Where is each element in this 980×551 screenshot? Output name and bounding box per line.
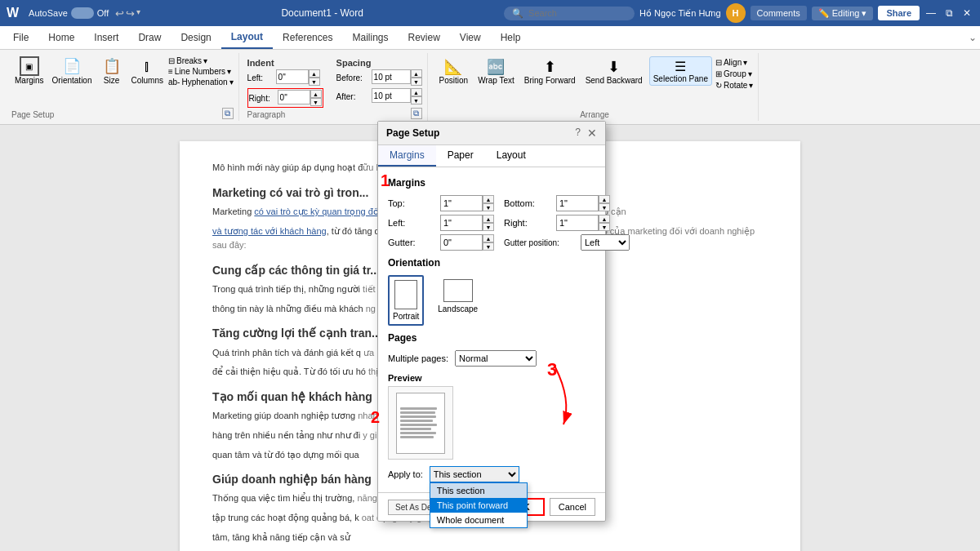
landscape-icon bbox=[443, 279, 473, 302]
search-input[interactable] bbox=[528, 8, 626, 18]
spacing-before-up[interactable]: ▲ bbox=[411, 69, 422, 78]
doc-para-13: tâm, tăng khả năng tiếp cận và sử bbox=[212, 531, 768, 545]
tab-view[interactable]: View bbox=[450, 27, 491, 48]
right-up[interactable]: ▲ bbox=[599, 215, 610, 223]
indent-right-down[interactable]: ▼ bbox=[310, 98, 322, 106]
indent-right-input[interactable] bbox=[278, 90, 310, 104]
undo-button[interactable]: ↩ bbox=[115, 7, 124, 20]
breaks-button[interactable]: ⊟Breaks▾ bbox=[168, 56, 234, 65]
tab-layout[interactable]: Layout bbox=[221, 26, 273, 49]
ribbon-group-paragraph: Indent Left: ▲ ▼ Right: bbox=[243, 53, 428, 121]
left-input[interactable] bbox=[440, 215, 483, 231]
top-input[interactable] bbox=[440, 195, 483, 211]
page-setup-label: Page Setup bbox=[11, 110, 54, 119]
group-button[interactable]: ⊞Group▾ bbox=[715, 69, 753, 78]
tab-references[interactable]: References bbox=[273, 27, 342, 48]
landscape-label: Landscape bbox=[438, 304, 478, 313]
title-bar-right: 🔍 Hồ Ngọc Tiến Hưng H Comments ✏️ Editin… bbox=[504, 3, 973, 23]
gutter-up[interactable]: ▲ bbox=[483, 234, 494, 242]
indent-left-down[interactable]: ▼ bbox=[309, 78, 320, 86]
tab-draw[interactable]: Draw bbox=[128, 27, 171, 48]
gutter-position-select[interactable]: Left Top bbox=[581, 234, 630, 251]
bottom-input[interactable] bbox=[556, 195, 599, 211]
line-numbers-button[interactable]: ≡Line Numbers▾ bbox=[168, 67, 234, 76]
preview-box bbox=[388, 386, 453, 460]
cancel-button[interactable]: Cancel bbox=[550, 498, 595, 516]
indent-left-up[interactable]: ▲ bbox=[309, 69, 320, 78]
spacing-title: Spacing bbox=[336, 58, 422, 68]
spacing-after-up[interactable]: ▲ bbox=[411, 88, 422, 96]
top-down[interactable]: ▼ bbox=[483, 203, 494, 211]
tab-mailings[interactable]: Mailings bbox=[342, 27, 398, 48]
portrait-icon bbox=[394, 280, 417, 309]
modal-help-button[interactable]: ? bbox=[575, 127, 581, 140]
editing-button[interactable]: ✏️ Editing ▾ bbox=[812, 7, 874, 20]
right-input[interactable] bbox=[556, 215, 599, 231]
more-button[interactable]: ▾ bbox=[136, 7, 140, 20]
minimize-button[interactable]: — bbox=[924, 7, 938, 20]
restore-button[interactable]: ⧉ bbox=[942, 7, 956, 20]
bottom-down[interactable]: ▼ bbox=[599, 203, 610, 211]
bring-forward-button[interactable]: ⬆ Bring Forward bbox=[521, 56, 579, 87]
modal-tab-paper[interactable]: Paper bbox=[436, 145, 485, 167]
indent-right-label: Right: bbox=[249, 94, 275, 103]
comments-button[interactable]: Comments bbox=[751, 6, 807, 20]
page-setup-launcher[interactable]: ⧉ bbox=[222, 108, 234, 119]
align-button[interactable]: ⊟Align▾ bbox=[715, 58, 753, 67]
page-setup-modal: Page Setup ? ✕ Margins Paper Layout Marg… bbox=[377, 121, 606, 522]
share-button[interactable]: Share bbox=[878, 6, 920, 20]
modal-body: Margins Top: ▲ ▼ Bottom: bbox=[378, 167, 605, 492]
bottom-up[interactable]: ▲ bbox=[599, 195, 610, 203]
orientation-button[interactable]: 📄 Orientation bbox=[49, 55, 96, 87]
dropdown-option-whole-document[interactable]: Whole document bbox=[430, 513, 527, 527]
left-up[interactable]: ▲ bbox=[483, 215, 494, 223]
tab-insert[interactable]: Insert bbox=[84, 27, 128, 48]
selection-pane-button[interactable]: ☰ Selection Pane bbox=[649, 56, 712, 86]
left-label: Left: bbox=[388, 218, 437, 228]
right-down[interactable]: ▼ bbox=[599, 223, 610, 231]
columns-button[interactable]: ⫿ Columns bbox=[128, 55, 167, 87]
rotate-button[interactable]: ↻Rotate▾ bbox=[715, 81, 753, 90]
tab-file[interactable]: File bbox=[3, 27, 38, 48]
close-button[interactable]: ✕ bbox=[960, 7, 973, 20]
position-button[interactable]: 📐 Position bbox=[436, 56, 472, 87]
word-icon: W bbox=[7, 6, 19, 20]
tab-review[interactable]: Review bbox=[398, 27, 449, 48]
dropdown-option-this-point[interactable]: This point forward bbox=[430, 498, 527, 513]
indent-right-up[interactable]: ▲ bbox=[310, 90, 322, 98]
modal-tab-layout[interactable]: Layout bbox=[485, 145, 537, 167]
redo-button[interactable]: ↪ bbox=[126, 7, 135, 20]
margins-button[interactable]: ▣ Margins bbox=[11, 55, 47, 87]
tab-help[interactable]: Help bbox=[491, 27, 531, 48]
tab-design[interactable]: Design bbox=[171, 27, 220, 48]
send-backward-button[interactable]: ⬇ Send Backward bbox=[582, 56, 646, 87]
portrait-option[interactable]: Portrait bbox=[388, 275, 424, 326]
apply-to-select[interactable]: This section This point forward Whole do… bbox=[430, 466, 519, 482]
paragraph-launcher[interactable]: ⧉ bbox=[411, 108, 422, 119]
spacing-after-input[interactable] bbox=[372, 88, 411, 103]
spacing-after-down[interactable]: ▼ bbox=[411, 96, 422, 104]
top-up[interactable]: ▲ bbox=[483, 195, 494, 203]
spacing-before-down[interactable]: ▼ bbox=[411, 78, 422, 86]
margins-section-label: Margins bbox=[388, 177, 595, 189]
hyphenation-button[interactable]: ab-Hyphenation▾ bbox=[168, 78, 234, 87]
gutter-down[interactable]: ▼ bbox=[483, 242, 494, 251]
autosave-toggle[interactable] bbox=[71, 7, 94, 19]
ribbon-collapse-button[interactable]: ⌄ bbox=[969, 32, 977, 43]
preview-page bbox=[396, 393, 445, 454]
user-name: Hồ Ngọc Tiến Hưng bbox=[639, 8, 721, 19]
top-label: Top: bbox=[388, 198, 437, 208]
modal-tab-margins[interactable]: Margins bbox=[378, 145, 436, 167]
indent-left-input[interactable] bbox=[276, 69, 309, 84]
landscape-option[interactable]: Landscape bbox=[434, 275, 482, 326]
multiple-pages-select[interactable]: Normal Mirror margins 2 pages per sheet … bbox=[455, 350, 537, 367]
modal-close-button[interactable]: ✕ bbox=[587, 127, 597, 140]
left-row: Left: ▲ ▼ bbox=[388, 215, 494, 231]
gutter-input[interactable] bbox=[440, 234, 483, 251]
size-button[interactable]: 📋 Size bbox=[97, 55, 127, 87]
wrap-text-button[interactable]: 🔤 Wrap Text bbox=[474, 56, 518, 87]
dropdown-option-this-section[interactable]: This section bbox=[430, 483, 527, 498]
spacing-before-input[interactable] bbox=[372, 69, 411, 84]
left-down[interactable]: ▼ bbox=[483, 223, 494, 231]
tab-home[interactable]: Home bbox=[38, 27, 84, 48]
